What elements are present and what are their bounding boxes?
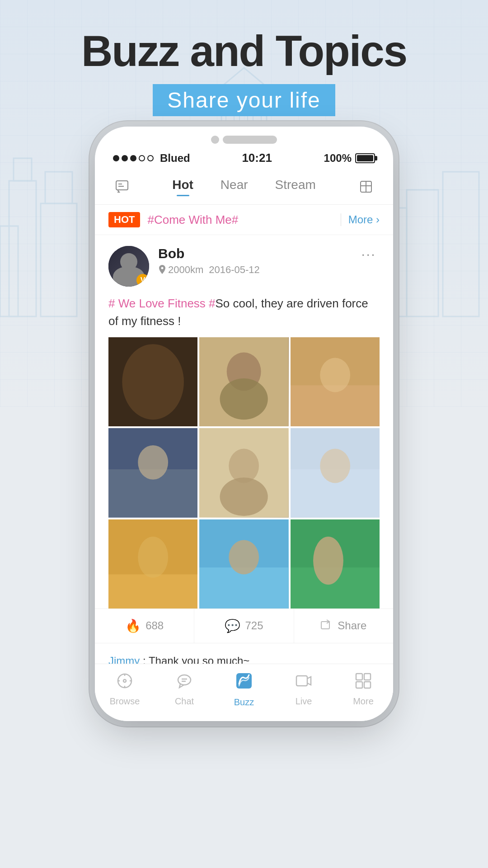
post-username[interactable]: Bob [158,246,357,261]
svg-rect-14 [253,115,261,123]
svg-point-50 [123,679,126,682]
photo-4[interactable] [108,428,197,517]
svg-point-40 [138,537,168,578]
hot-banner: HOT #Come With Me# More › [95,205,393,235]
notch-pill [223,136,277,144]
action-bar: 🔥 688 💬 725 Share [95,609,393,643]
chat-icon [176,672,193,693]
comment-button[interactable]: 💬 725 [194,609,294,643]
hot-badge: HOT [108,212,140,227]
post-card: V Bob 2000km 2016-05-12 ··· # We Love Fi… [95,235,393,609]
nav-more[interactable]: More [333,671,393,708]
status-time: 10:21 [242,151,272,165]
photo-grid [108,337,380,609]
svg-point-25 [220,378,268,420]
svg-rect-15 [116,181,128,190]
fire-icon: 🔥 [125,618,141,633]
tab-hot[interactable]: Hot [172,178,193,196]
battery-icon [355,153,375,163]
nav-browse-label: Browse [110,696,140,707]
phone-mockup: Blued 10:21 100% Hot Near Stream [95,127,393,721]
svg-rect-3 [45,172,72,203]
post-date: 2016-05-12 [209,264,260,276]
comment-count: 725 [245,619,263,632]
nav-buzz[interactable]: Buzz [214,671,274,708]
signal-dot-3 [130,155,136,161]
tab-near[interactable]: Near [221,178,248,196]
post-more-button[interactable]: ··· [357,246,380,263]
battery-fill [357,155,373,161]
svg-point-49 [118,674,131,688]
tab-stream[interactable]: Stream [275,178,316,196]
svg-rect-63 [364,682,371,688]
carrier-name: Blued [160,152,190,165]
photo-6[interactable] [291,428,380,517]
post-distance: 2000km [168,264,203,276]
nav-buzz-label: Buzz [234,697,254,708]
like-count: 688 [145,619,164,632]
nav-live-label: Live [296,696,312,707]
svg-point-22 [122,344,184,420]
post-meta: 2000km 2016-05-12 [158,264,357,276]
share-icon [320,618,333,634]
photo-8[interactable] [199,519,288,609]
nav-chat-label: Chat [175,696,194,707]
nav-browse[interactable]: Browse [95,671,155,708]
post-location: 2000km [158,264,203,276]
svg-rect-12 [226,115,234,123]
share-label: Share [338,619,366,632]
battery-percent: 100% [324,152,352,165]
nav-tabs-center: Hot Near Stream [136,178,352,196]
nav-tabs: Hot Near Stream [95,169,393,205]
compose-icon[interactable] [352,179,380,194]
notch-circle [211,136,219,144]
post-header: V Bob 2000km 2016-05-12 ··· [108,246,380,287]
signal-dot-5 [147,155,154,161]
svg-rect-2 [41,203,77,316]
bottom-nav: Browse Chat Buzz [95,664,393,721]
svg-rect-62 [356,682,362,688]
post-user-info: Bob 2000km 2016-05-12 [158,246,357,276]
svg-point-28 [320,358,350,392]
svg-point-46 [313,537,343,585]
hot-more-link[interactable]: More › [348,213,380,226]
svg-rect-1 [14,158,32,181]
nav-more-label: More [353,696,374,707]
more-icon [355,672,372,693]
hot-text: #Come With Me# [147,213,333,227]
photo-1[interactable] [108,337,197,426]
nav-live[interactable]: Live [274,671,333,708]
page-title: Buzz and Topics [0,27,488,75]
page-subtitle: Share your life [153,84,335,116]
svg-rect-60 [356,674,362,680]
photo-2[interactable] [199,337,288,426]
svg-rect-5 [407,190,438,316]
svg-point-31 [138,445,168,480]
photo-9[interactable] [291,519,380,609]
svg-rect-13 [239,115,248,123]
svg-rect-39 [108,574,197,609]
vip-badge: V [136,274,149,287]
photo-5[interactable] [199,428,288,517]
avatar[interactable]: V [108,246,149,287]
buzz-icon [235,671,253,694]
signal-dot-4 [139,155,145,161]
signal-dots [113,155,154,161]
battery-area: 100% [324,152,375,165]
comment-icon: 💬 [225,618,240,633]
like-button[interactable]: 🔥 688 [95,609,194,643]
svg-rect-59 [296,676,307,686]
phone-notch [95,127,393,144]
page-title-area: Buzz and Topics Share your life [0,27,488,116]
chat-icon-nav[interactable] [108,179,136,194]
svg-point-37 [320,449,350,483]
post-hashtag[interactable]: # We Love Fitness # [108,297,216,310]
signal-dot-2 [122,155,128,161]
photo-7[interactable] [108,519,197,609]
photo-3[interactable] [291,337,380,426]
status-bar: Blued 10:21 100% [95,144,393,169]
post-content: # We Love Fitness #So cool, they are dri… [108,295,380,330]
svg-rect-0 [9,181,36,316]
share-button[interactable]: Share [294,609,393,643]
nav-chat[interactable]: Chat [155,671,214,708]
